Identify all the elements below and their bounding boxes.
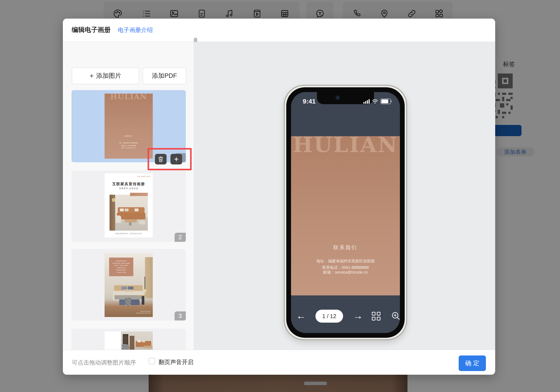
add-pdf-label: 添加PDF (152, 71, 177, 80)
contact-address: 地址：福建省福州市高新区创新园 (105, 142, 153, 144)
status-time: 9:41 (303, 98, 316, 105)
contact-title: 联系我们 (105, 135, 153, 137)
add-page-button[interactable]: + (170, 154, 182, 164)
modal-header: 编辑电子画册 电子画册介绍 (63, 19, 495, 41)
edit-brochure-modal: 编辑电子画册 电子画册介绍 + 添加图片 添加PDF HULIAN 联系我们 地… (63, 19, 495, 374)
contact-divider (105, 139, 110, 139)
preview-area: 9:41 (194, 42, 495, 368)
brand-text: HULIANGJIAJU (137, 175, 150, 177)
thumbnail-page-3: 在流光溢彩的时光舞台上 我们愿为您奉献一场轻奢与品质盛宴 这里安居，我们用心创造… (105, 253, 153, 317)
tutorial-highlight-box (148, 148, 192, 170)
wifi-icon (372, 99, 378, 104)
page2-title: 互联家具宣传画册 (105, 181, 153, 187)
prev-page-button[interactable]: ← (296, 309, 306, 322)
phone-screen: 9:41 (291, 92, 400, 333)
contact-phone: 联系电话：0591-88888888 (105, 145, 153, 147)
page2-caption: 感谢您选择互联家具，让我们携手共享美好 (105, 233, 153, 235)
living-room-photo (110, 195, 148, 231)
brand-logo-text: HULIAN (291, 132, 400, 157)
signal-icon (363, 99, 370, 104)
thumbnail-page-2: HULIANGJIAJU 互联家具宣传画册 轻奢美学·品质绽放 (105, 173, 153, 238)
add-image-button[interactable]: + 添加图片 (72, 67, 139, 84)
page-number-badge: 3 (175, 312, 186, 321)
page2-subtitle: 轻奢美学·品质绽放 (105, 187, 153, 190)
thumbnail-card-2[interactable]: HULIANGJIAJU 互联家具宣传画册 轻奢美学·品质绽放 (71, 171, 186, 242)
page-sound-checkbox[interactable] (149, 358, 155, 364)
drag-hint-text: 可点击拖动调整图片顺序 (72, 359, 136, 366)
confirm-button[interactable]: 确 定 (459, 355, 486, 371)
screen-root: 标签 添加表单 编辑电子画册 电子画册介绍 (0, 0, 560, 392)
contact-email: 邮箱：service@hlcode.cn (105, 147, 153, 149)
brochure-page-preview: HULIAN 联系我们 地址：福建省福州市高新区创新园 联系电话：0591-88… (291, 136, 400, 295)
page-number-badge: 2 (175, 233, 186, 242)
thumbnail-page-cover: HULIAN 联系我们 地址：福建省福州市高新区创新园 联系电话：0591-88… (105, 94, 153, 159)
plus-icon: + (90, 72, 94, 80)
brochure-intro-link[interactable]: 电子画册介绍 (118, 26, 153, 34)
page-indicator: 1 / 12 (315, 310, 343, 323)
add-image-label: 添加图片 (96, 71, 121, 80)
plus-icon: + (174, 155, 179, 163)
add-pdf-button[interactable]: 添加PDF (143, 67, 186, 84)
brand-logo-text: HULIAN (105, 94, 153, 101)
page3-text-overlay: 在流光溢彩的时光舞台上 我们愿为您奉献一场轻奢与品质盛宴 这里安居，我们用心创造… (109, 258, 133, 276)
contact-phone: 联系电话：0591-88888888 (291, 265, 400, 270)
next-page-button[interactable]: → (353, 309, 363, 322)
modal-title: 编辑电子画册 (72, 26, 111, 34)
contact-address: 地址：福建省福州市高新区创新园 (291, 259, 400, 264)
zoom-in-button[interactable] (391, 311, 400, 321)
grid-view-button[interactable] (372, 312, 380, 321)
phone-camera (336, 96, 340, 100)
page3-caption: XIESHOUJINZHI SHENGHUOKONGJIAN (136, 311, 150, 314)
page-sound-label: 翻页声音开启 (159, 358, 194, 366)
phone-bezel: 9:41 (286, 87, 405, 338)
battery-icon (380, 99, 391, 104)
contact-title: 联系我们 (291, 244, 400, 251)
thumbnail-panel: + 添加图片 添加PDF HULIAN 联系我们 地址：福建省福州市高新区创新园… (63, 42, 194, 368)
delete-page-button[interactable] (155, 154, 167, 164)
status-icons (363, 99, 391, 104)
phone-mockup: 9:41 (284, 85, 407, 340)
modal-footer: 可点击拖动调整图片顺序 翻页声音开启 确 定 (63, 350, 495, 375)
preview-nav-bar: ← 1 / 12 → (291, 309, 400, 324)
contact-email: 邮箱：service@hlcode.cn (291, 270, 400, 275)
contact-divider (291, 253, 305, 254)
thumbnail-card-3[interactable]: 在流光溢彩的时光舞台上 我们愿为您奉献一场轻奢与品质盛宴 这里安居，我们用心创造… (71, 249, 186, 321)
